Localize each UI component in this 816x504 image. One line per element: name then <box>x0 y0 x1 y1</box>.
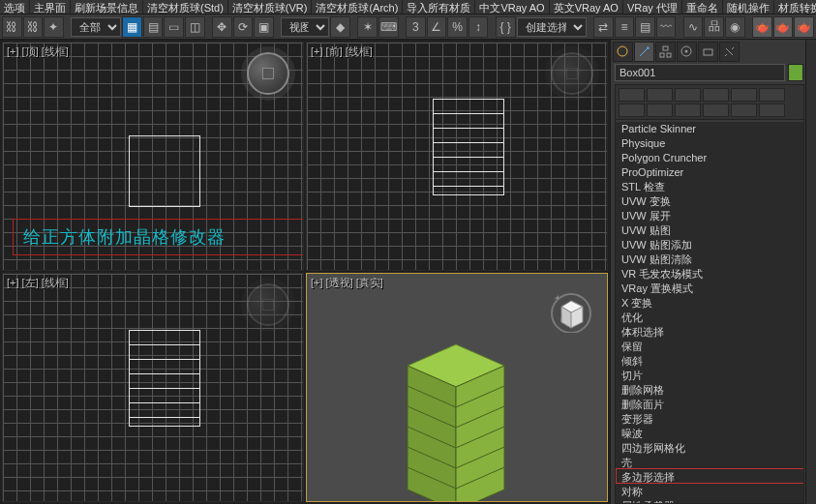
manip-icon[interactable]: ✶ <box>357 16 378 38</box>
modifier-item[interactable]: 对称 <box>616 485 803 499</box>
object-color-swatch[interactable] <box>788 64 803 81</box>
spinner-snap-icon[interactable]: ↕ <box>468 16 489 38</box>
viewcube-icon[interactable] <box>550 289 593 333</box>
graph-icon[interactable]: 〰 <box>656 16 677 38</box>
modifier-item[interactable]: 壳 <box>616 456 803 470</box>
viewcube-icon[interactable] <box>551 52 593 95</box>
mod-set-btn[interactable] <box>647 88 673 102</box>
material-editor-icon[interactable]: ◉ <box>725 16 745 38</box>
viewport-top[interactable]: [+] [顶] [线框] 给正方体附加晶格修改器 <box>2 42 304 271</box>
menu-item[interactable]: 清空材质球(VR) <box>228 0 313 14</box>
modifier-item[interactable]: 变形器 <box>616 412 803 427</box>
modifier-item[interactable]: UVW 贴图清除 <box>616 252 803 267</box>
align-icon[interactable]: ≡ <box>615 16 635 38</box>
viewport-perspective[interactable]: [+] [透视] [真实] <box>306 273 608 502</box>
named-selection[interactable]: 创建选择集 <box>517 17 587 37</box>
render-icon[interactable]: 🫖 <box>794 16 814 38</box>
mod-set-btn[interactable] <box>703 104 729 117</box>
modifier-item[interactable]: X 变换 <box>616 296 803 311</box>
rect-select-icon[interactable]: ▭ <box>164 16 184 38</box>
modifier-item[interactable]: UVW 贴图 <box>616 223 803 238</box>
modifier-item[interactable]: 多边形选择 <box>616 470 803 485</box>
modifier-item[interactable]: Particle Skinner <box>616 122 803 136</box>
modifier-item[interactable]: ProOptimizer <box>616 165 803 180</box>
pivot-icon[interactable]: ◆ <box>330 16 350 38</box>
window-cross-icon[interactable]: ◫ <box>185 16 205 38</box>
mod-set-btn[interactable] <box>619 104 645 117</box>
curve-editor-icon[interactable]: ∿ <box>683 16 704 38</box>
unlink-icon[interactable]: ⛓ <box>23 16 44 38</box>
angle-snap-icon[interactable]: ∠ <box>427 16 447 38</box>
mirror-icon[interactable]: ⇄ <box>593 16 614 38</box>
schematic-icon[interactable]: 品 <box>704 16 724 38</box>
modifier-item[interactable]: 体积选择 <box>616 325 803 340</box>
modifier-item[interactable]: 保留 <box>616 340 803 354</box>
modifier-item[interactable]: 优化 <box>616 311 803 325</box>
mod-set-btn[interactable] <box>703 88 729 102</box>
panel-scroll-strip[interactable] <box>805 40 816 504</box>
modifier-item[interactable]: VR 毛发农场模式 <box>616 267 803 282</box>
mod-set-btn[interactable] <box>731 88 757 102</box>
menu-item[interactable]: VRay 代理 <box>623 0 682 14</box>
viewport-front[interactable]: [+] [前] [线框] <box>306 42 608 271</box>
modifier-item[interactable]: 切片 <box>616 369 803 383</box>
viewcube-icon[interactable] <box>247 283 289 326</box>
layers-icon[interactable]: ▤ <box>635 16 655 38</box>
modifier-item[interactable]: 噪波 <box>616 427 803 441</box>
viewport-left[interactable]: [+] [左] [线框] <box>2 273 304 502</box>
modifier-item[interactable]: UVW 贴图添加 <box>616 238 803 252</box>
menu-item[interactable]: 重命名 <box>682 0 723 14</box>
mod-set-btn[interactable] <box>731 104 757 117</box>
modifier-list[interactable]: Particle SkinnerPhysiquePolygon Cruncher… <box>616 122 803 503</box>
modifier-item[interactable]: UVW 变换 <box>616 194 803 209</box>
viewcube-icon[interactable] <box>247 52 289 95</box>
menu-item[interactable]: 导入所有材质 <box>403 0 475 14</box>
named-set-icon[interactable]: { } <box>496 16 516 38</box>
percent-snap-icon[interactable]: % <box>447 16 468 38</box>
modifier-item[interactable]: 四边形网格化 <box>616 441 803 456</box>
create-tab-icon[interactable] <box>613 42 633 62</box>
menu-item[interactable]: 清空材质球(Std) <box>143 0 228 14</box>
modifier-item[interactable]: 删除网格 <box>616 383 803 398</box>
render-frame-icon[interactable]: 🫖 <box>773 16 794 38</box>
selection-filter[interactable]: 全部 <box>71 17 121 37</box>
mod-set-btn[interactable] <box>647 104 673 117</box>
menu-item[interactable]: 中文VRay AO <box>475 0 549 14</box>
link-icon[interactable]: ⛓ <box>2 16 22 38</box>
menu-item[interactable]: 清空材质球(Arch) <box>312 0 403 14</box>
modifier-item[interactable]: Physique <box>616 136 803 151</box>
select-name-icon[interactable]: ▤ <box>143 16 164 38</box>
move-icon[interactable]: ✥ <box>212 16 232 38</box>
menu-item[interactable]: 主界面 <box>30 0 71 14</box>
modifier-item[interactable]: 属性承载器 <box>616 499 803 503</box>
select-icon[interactable]: ▦ <box>122 16 142 38</box>
menu-item[interactable]: 材质转换 <box>774 0 816 14</box>
render-setup-icon[interactable]: 🫖 <box>752 16 772 38</box>
menu-item[interactable]: 随机操作 <box>723 0 774 14</box>
scale-icon[interactable]: ▣ <box>254 16 274 38</box>
menu-item[interactable]: 刷新场景信息 <box>71 0 143 14</box>
bind-icon[interactable]: ✦ <box>44 16 64 38</box>
object-name-input[interactable] <box>615 64 785 81</box>
modifier-item[interactable]: STL 检查 <box>616 180 803 194</box>
hierarchy-tab-icon[interactable] <box>655 42 676 62</box>
display-tab-icon[interactable] <box>698 42 718 62</box>
mod-set-btn[interactable] <box>759 104 785 117</box>
modifier-item[interactable]: Polygon Cruncher <box>616 151 803 165</box>
mod-set-btn[interactable] <box>759 88 785 102</box>
mod-set-btn[interactable] <box>619 88 645 102</box>
menu-item[interactable]: 选项 <box>0 0 30 14</box>
motion-tab-icon[interactable] <box>677 42 697 62</box>
modifier-item[interactable]: UVW 展开 <box>616 209 803 223</box>
modify-tab-icon[interactable] <box>634 42 654 62</box>
mod-set-btn[interactable] <box>675 104 701 117</box>
modifier-item[interactable]: VRay 置换模式 <box>616 282 803 296</box>
menu-item[interactable]: 英文VRay AO <box>550 0 623 14</box>
utilities-tab-icon[interactable] <box>719 42 740 62</box>
mod-set-btn[interactable] <box>675 88 701 102</box>
modifier-item[interactable]: 删除面片 <box>616 398 803 412</box>
rotate-icon[interactable]: ⟳ <box>233 16 254 38</box>
snap-toggle-icon[interactable]: 3 <box>406 16 426 38</box>
modifier-item[interactable]: 倾斜 <box>616 354 803 369</box>
keyboard-icon[interactable]: ⌨ <box>378 16 399 38</box>
